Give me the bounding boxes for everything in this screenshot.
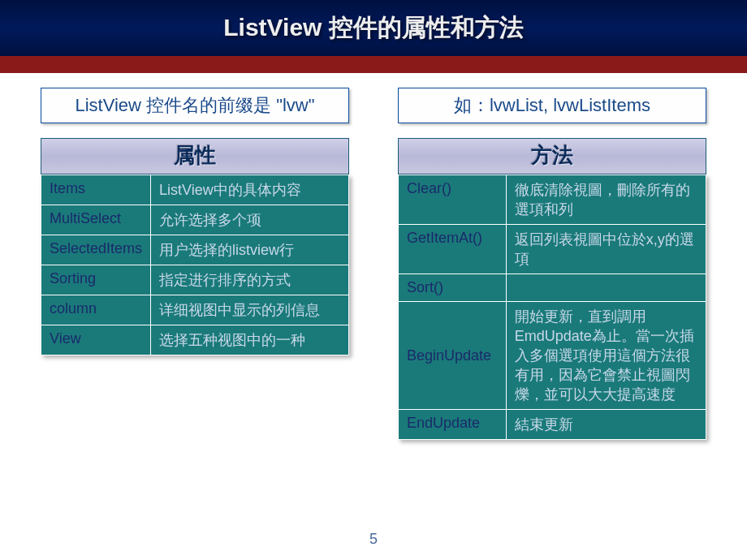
table-row: Sort() xyxy=(399,274,706,302)
table-row: View 选择五种视图中的一种 xyxy=(41,325,349,355)
table-row: column 详细视图中显示的列信息 xyxy=(41,295,349,325)
right-header: 方法 xyxy=(398,138,706,174)
right-column: 如：lvwList, lvwListItems 方法 Clear() 徹底清除視… xyxy=(398,88,706,440)
property-desc: 选择五种视图中的一种 xyxy=(151,325,349,355)
content-area: ListView 控件名的前缀是 "lvw" 属性 Items ListView… xyxy=(0,73,747,440)
left-header: 属性 xyxy=(41,138,349,174)
method-desc: 返回列表視圖中位於x,y的選項 xyxy=(506,225,706,274)
property-name: column xyxy=(41,295,151,325)
property-name: MultiSelect xyxy=(41,205,151,235)
red-stripe xyxy=(0,58,747,73)
property-name: View xyxy=(41,325,151,355)
property-name: Sorting xyxy=(41,265,151,295)
method-name: BeginUpdate xyxy=(399,302,507,410)
method-name: Sort() xyxy=(399,274,507,302)
method-name: GetItemAt() xyxy=(399,225,507,274)
method-name: EndUpdate xyxy=(399,410,507,440)
method-desc: 結束更新 xyxy=(506,410,706,440)
properties-table: Items ListView中的具体内容 MultiSelect 允许选择多个项… xyxy=(41,174,349,355)
table-row: EndUpdate 結束更新 xyxy=(399,410,706,440)
method-name: Clear() xyxy=(399,175,507,225)
property-desc: 用户选择的listview行 xyxy=(151,235,349,265)
property-desc: 详细视图中显示的列信息 xyxy=(151,295,349,325)
table-row: SelectedItems 用户选择的listview行 xyxy=(41,235,349,265)
table-row: Clear() 徹底清除視圖，刪除所有的選項和列 xyxy=(399,175,706,225)
property-desc: 指定进行排序的方式 xyxy=(151,265,349,295)
table-row: Sorting 指定进行排序的方式 xyxy=(41,265,349,295)
title-bar: ListView 控件的属性和方法 xyxy=(0,0,747,58)
property-name: SelectedItems xyxy=(41,235,151,265)
page-number: 5 xyxy=(0,531,747,548)
method-desc: 開始更新，直到調用EmdUpdate為止。當一次插入多個選項使用這個方法很有用，… xyxy=(506,302,706,410)
methods-table: Clear() 徹底清除視圖，刪除所有的選項和列 GetItemAt() 返回列… xyxy=(398,174,706,440)
method-desc: 徹底清除視圖，刪除所有的選項和列 xyxy=(506,175,706,225)
left-caption: ListView 控件名的前缀是 "lvw" xyxy=(41,88,349,123)
property-desc: 允许选择多个项 xyxy=(151,205,349,235)
method-desc xyxy=(506,274,706,302)
slide-title: ListView 控件的属性和方法 xyxy=(223,11,524,45)
table-row: MultiSelect 允许选择多个项 xyxy=(41,205,349,235)
property-name: Items xyxy=(41,175,151,205)
table-row: Items ListView中的具体内容 xyxy=(41,175,349,205)
table-row: GetItemAt() 返回列表視圖中位於x,y的選項 xyxy=(399,225,706,274)
left-column: ListView 控件名的前缀是 "lvw" 属性 Items ListView… xyxy=(41,88,349,440)
property-desc: ListView中的具体内容 xyxy=(151,175,349,205)
right-caption: 如：lvwList, lvwListItems xyxy=(398,88,706,123)
table-row: BeginUpdate 開始更新，直到調用EmdUpdate為止。當一次插入多個… xyxy=(399,302,706,410)
